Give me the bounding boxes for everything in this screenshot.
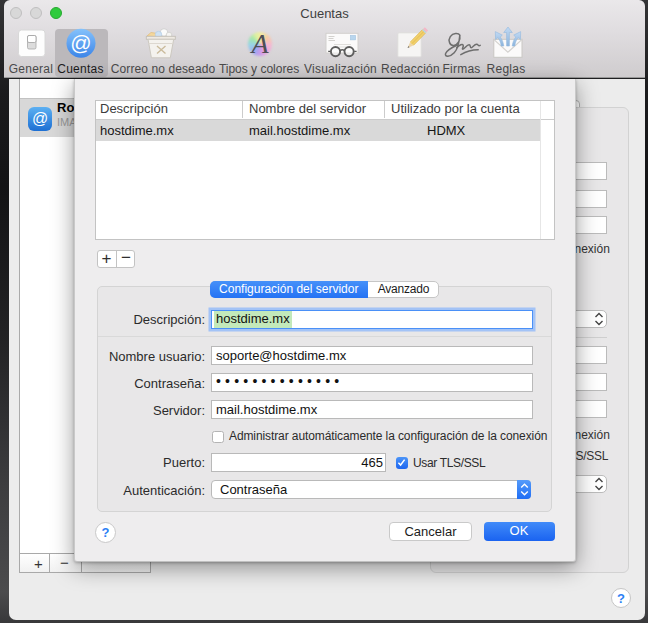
svg-text:@: @ bbox=[70, 31, 91, 54]
